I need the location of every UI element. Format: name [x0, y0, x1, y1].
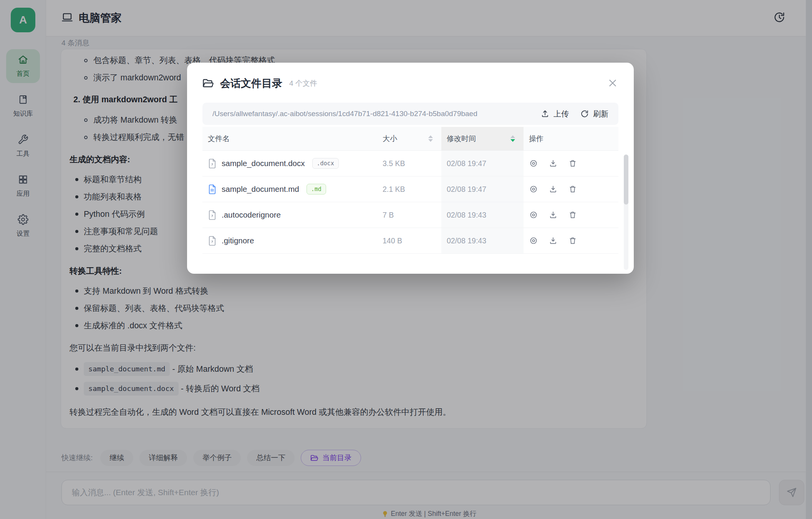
- table-header-row: 文件名 大小 修改时间 操作: [202, 127, 618, 151]
- dialog-header: 会话文件目录 4 个文件: [202, 77, 618, 90]
- download-icon: [549, 236, 557, 245]
- refresh-icon: [580, 110, 589, 118]
- file-modified-time: 02/08 19:47: [441, 151, 524, 176]
- view-button[interactable]: [529, 210, 538, 220]
- file-size: 7 B: [377, 202, 441, 228]
- file-size: 2.1 KB: [377, 176, 441, 202]
- close-icon: [608, 78, 618, 88]
- file-modified-time: 02/08 19:47: [441, 176, 524, 202]
- sort-carets-icon: [428, 135, 433, 142]
- close-button[interactable]: [607, 77, 618, 89]
- table-row[interactable]: .gitignore 140 B 02/08 19:43: [202, 228, 618, 254]
- view-icon: [529, 159, 538, 168]
- session-files-dialog: 会话文件目录 4 个文件 /Users/allwefantasy/.ac-aib…: [187, 63, 634, 274]
- file-name: .autocoderignore: [222, 210, 281, 220]
- file-table: 文件名 大小 修改时间 操作: [202, 127, 618, 254]
- session-path: /Users/allwefantasy/.ac-aibot/sessions/1…: [212, 110, 529, 118]
- upload-button[interactable]: 上传: [541, 109, 569, 119]
- file-icon: [208, 158, 217, 169]
- file-modified-time: 02/08 19:43: [441, 228, 524, 253]
- delete-icon: [568, 211, 577, 219]
- delete-button[interactable]: [568, 236, 577, 245]
- file-type-badge: .md: [307, 184, 326, 195]
- file-name: sample_document.md: [222, 185, 299, 194]
- delete-button[interactable]: [568, 210, 577, 220]
- file-icon: [208, 210, 217, 220]
- view-icon: [529, 236, 538, 245]
- delete-button[interactable]: [568, 159, 577, 168]
- session-path-bar: /Users/allwefantasy/.ac-aibot/sessions/1…: [202, 103, 618, 125]
- download-button[interactable]: [549, 185, 558, 194]
- delete-icon: [568, 185, 577, 193]
- view-icon: [529, 211, 538, 219]
- file-name: sample_document.docx: [222, 159, 305, 168]
- download-button[interactable]: [549, 159, 558, 168]
- file-size: 140 B: [377, 228, 441, 253]
- view-button[interactable]: [529, 185, 538, 194]
- file-count: 4 个文件: [289, 78, 317, 88]
- download-icon: [549, 159, 557, 168]
- table-scrollbar-thumb[interactable]: [624, 155, 628, 205]
- column-header-size[interactable]: 大小: [377, 127, 441, 150]
- download-button[interactable]: [549, 236, 558, 245]
- refresh-button[interactable]: 刷新: [580, 109, 608, 119]
- download-button[interactable]: [549, 210, 558, 220]
- file-size: 3.5 KB: [377, 151, 441, 176]
- file-icon: [208, 236, 217, 246]
- table-row[interactable]: sample_document.docx .docx 3.5 KB 02/08 …: [202, 151, 618, 176]
- view-button[interactable]: [529, 236, 538, 245]
- sort-carets-icon: [510, 135, 515, 142]
- delete-icon: [568, 236, 577, 245]
- column-header-modified[interactable]: 修改时间: [441, 127, 524, 150]
- table-scrollbar[interactable]: [624, 155, 628, 270]
- column-header-actions: 操作: [524, 127, 618, 150]
- view-button[interactable]: [529, 159, 538, 168]
- download-icon: [549, 211, 557, 219]
- column-header-filename: 文件名: [202, 127, 377, 150]
- markdown-file-icon: [208, 184, 217, 195]
- table-row[interactable]: sample_document.md .md 2.1 KB 02/08 19:4…: [202, 176, 618, 202]
- download-icon: [549, 185, 557, 193]
- table-row[interactable]: .autocoderignore 7 B 02/08 19:43: [202, 202, 618, 228]
- upload-icon: [541, 110, 549, 118]
- dialog-title: 会话文件目录: [220, 77, 282, 90]
- file-modified-time: 02/08 19:43: [441, 202, 524, 228]
- file-name: .gitignore: [222, 236, 254, 245]
- delete-icon: [568, 159, 577, 168]
- app-window: A 首页 知识库 工具: [0, 0, 812, 519]
- delete-button[interactable]: [568, 185, 577, 194]
- view-icon: [529, 185, 538, 193]
- folder-open-icon: [202, 78, 214, 89]
- file-type-badge: .docx: [312, 158, 339, 169]
